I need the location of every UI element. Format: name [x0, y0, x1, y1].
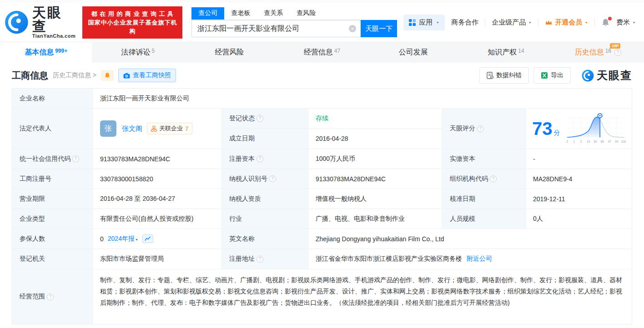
nearby-companies-link[interactable]: 附近公司: [467, 255, 492, 263]
logo-domain: TianYanCha.com: [32, 33, 76, 39]
nav-business-cooperation[interactable]: 商务合作: [451, 18, 478, 27]
help-icon[interactable]: ?: [257, 256, 263, 263]
field-label-company-name: 企业名称: [12, 89, 93, 109]
field-label-score: 天眼评分 ?: [443, 109, 526, 149]
svg-text:1: 1: [573, 140, 575, 143]
field-value-taxpayer-quality: 增值税一般纳税人: [308, 189, 443, 209]
document-edit-icon: [487, 72, 493, 79]
view-snapshot-button[interactable]: 查看工商快照: [118, 69, 176, 82]
svg-text:50: 50: [594, 140, 597, 143]
status-badge: 存续: [316, 114, 328, 123]
svg-text:3: 3: [580, 140, 582, 143]
field-value-authority: 东阳市市场监督管理局: [93, 249, 222, 269]
business-registration-table: 企业名称 浙江东阳一画开天影业有限公司 法定代表人 张 张文阁 关联企业 7 登…: [12, 88, 632, 324]
notifications-button[interactable]: [601, 18, 610, 27]
chevron-down-icon: ▼: [632, 20, 636, 24]
field-value-taxpayer-id: 91330783MA28DNE94C: [308, 169, 443, 189]
related-companies-badge[interactable]: 关联企业 7: [147, 123, 192, 134]
logo-eye-icon: [582, 70, 594, 82]
caret-icon: ▼: [135, 238, 138, 241]
field-value-org-code: MA28DNE9-4: [526, 169, 632, 189]
chevron-down-icon: ▼: [528, 20, 532, 24]
brand-watermark: 天眼查: [582, 68, 632, 83]
search-button[interactable]: 天眼一下: [361, 20, 397, 37]
field-value-reg-number: 330783000158820: [93, 169, 222, 189]
tianyancha-logo[interactable]: 天眼查 TianYanCha.com: [5, 6, 76, 39]
tab-operation-info[interactable]: 经营信息47: [276, 42, 368, 63]
field-label-legal-rep: 法定代表人: [12, 109, 93, 149]
field-value-credit-code: 91330783MA28DNE94C: [93, 149, 222, 169]
crown-icon: [545, 19, 553, 25]
help-icon[interactable]: ?: [614, 49, 621, 56]
logo-name: 天眼查: [32, 6, 76, 33]
top-header: 天眼查 TianYanCha.com 都 在 用 的 商 业 查 询 工 具 国…: [0, 0, 644, 42]
field-label-address: 注册地址 ?: [222, 249, 308, 269]
slogan-line1: 都 在 用 的 商 业 查 询 工 具: [87, 10, 178, 18]
search-input[interactable]: [191, 20, 361, 37]
search-area: 查公司 查老板 查关系 查风险 × 天眼一下: [191, 7, 397, 37]
search-tab-relation[interactable]: 查关系: [257, 7, 290, 20]
legal-rep-avatar[interactable]: 张: [100, 120, 116, 137]
help-icon[interactable]: ?: [269, 175, 276, 182]
data-correction-button[interactable]: 数据纠错: [479, 67, 529, 84]
tab-operation-risk[interactable]: 经营风险: [184, 42, 276, 63]
tab-basic-info[interactable]: 基本信息999+: [0, 42, 92, 63]
help-icon[interactable]: ?: [477, 125, 484, 132]
field-value-address: 浙江省金华市东阳市浙江横店影视产业实验区商务楼 附近公司: [308, 249, 632, 269]
search-tab-boss[interactable]: 查老板: [224, 7, 257, 20]
vip-upgrade-button[interactable]: 开通会员 ▼: [545, 18, 588, 27]
history-business-info-link[interactable]: 历史工商信息 >: [53, 71, 96, 80]
tab-company-development[interactable]: 公司发展: [368, 42, 460, 63]
chevron-down-icon: ▼: [436, 20, 439, 24]
annual-report-link[interactable]: 2024年报▼: [108, 235, 138, 243]
field-label-reg-capital: 注册资本 ?: [222, 149, 308, 169]
field-value-approval-date: 2019-12-11: [526, 189, 632, 209]
org-chart-icon: [151, 126, 157, 132]
search-tab-risk[interactable]: 查风险: [290, 7, 322, 20]
brand-name: 天眼查: [597, 68, 632, 83]
field-label-authority: 登记机关: [12, 249, 93, 269]
score-distribution-chart: 0 1 3 15 50 85 97 99 100: [564, 112, 628, 145]
camera-icon: [123, 73, 130, 79]
help-icon[interactable]: ?: [47, 293, 54, 300]
field-value-reg-status: 存续: [308, 109, 443, 129]
help-icon[interactable]: ?: [72, 155, 79, 162]
monitor-bell-button[interactable]: [101, 70, 114, 81]
divider: [485, 18, 485, 26]
apps-menu[interactable]: 应用 ▼: [403, 15, 445, 30]
field-value-staff: 0人: [526, 209, 632, 229]
svg-text:100: 100: [621, 140, 626, 143]
field-value-industry: 广播、电视、电影和录音制作业: [308, 209, 443, 229]
search-tabs: 查公司 查老板 查关系 查风险: [191, 7, 397, 20]
field-label-taxpayer-quality: 纳税人资质: [222, 189, 308, 209]
help-icon[interactable]: ?: [257, 155, 263, 162]
search-tab-company[interactable]: 查公司: [191, 7, 224, 20]
divider: [538, 18, 538, 26]
svg-text:0: 0: [566, 140, 568, 143]
field-label-insured: 参保人数: [12, 229, 93, 249]
field-label-credit-code: 统一社会信用代码 ?: [12, 149, 93, 169]
business-info-section-bar: 工商信息 历史工商信息 > 查看工商快照 数据纠错: [0, 63, 644, 88]
nav-enterprise-products[interactable]: 企业级产品 ▼: [492, 18, 532, 27]
tab-legal-litigation[interactable]: 法律诉讼5: [92, 42, 184, 63]
tab-intellectual-property[interactable]: 知识产权14: [460, 42, 552, 63]
help-icon[interactable]: ?: [490, 175, 497, 182]
username: 费米: [616, 18, 630, 27]
field-value-score[interactable]: 73分: [526, 109, 632, 149]
export-button[interactable]: 导出: [533, 67, 571, 84]
user-menu[interactable]: 费米 ▼: [616, 18, 636, 27]
help-icon[interactable]: ?: [257, 115, 263, 122]
field-label-industry: 行业: [222, 209, 308, 229]
field-label-company-type: 企业类型: [12, 209, 93, 229]
grid-icon: [409, 19, 416, 26]
legal-rep-name-link[interactable]: 张文阁: [122, 124, 142, 133]
notification-red-dot: [608, 17, 612, 20]
apps-label: 应用: [419, 18, 433, 27]
field-label-staff: 人员规模: [443, 209, 526, 229]
company-section-tabs: 基本信息999+ 法律诉讼5 经营风险 经营信息47 公司发展 知识产权14 V…: [0, 42, 644, 63]
svg-text:99: 99: [615, 140, 619, 143]
trend-chart-button[interactable]: [142, 234, 153, 243]
field-label-reg-number: 工商注册号: [12, 169, 93, 189]
tab-history-info[interactable]: VIP 历史信息16 ?: [552, 42, 644, 63]
divider: [594, 18, 595, 26]
